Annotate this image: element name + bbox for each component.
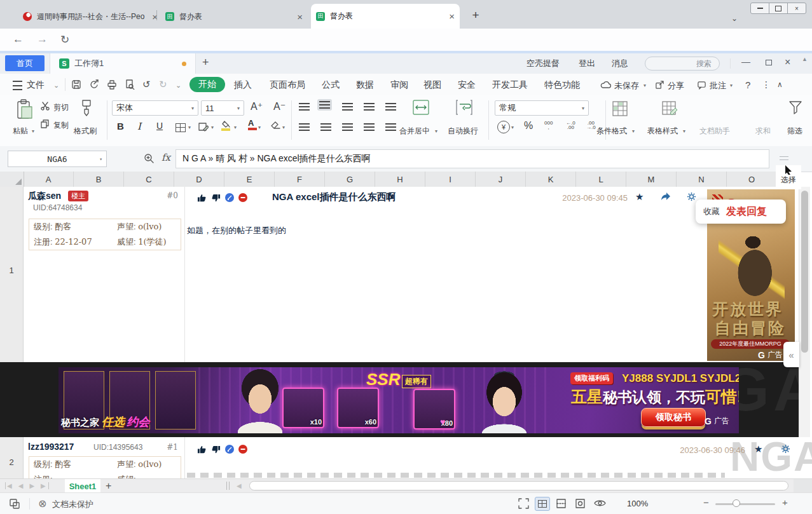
claim-secretary-button[interactable]: 领取秘书 (641, 408, 706, 427)
format-painter-icon[interactable] (79, 99, 94, 118)
post-reply-button[interactable]: 发表回复 (726, 205, 767, 219)
comment-label[interactable]: 批注 (710, 80, 726, 91)
report-post-icon[interactable] (238, 445, 247, 454)
eraser-icon[interactable] (271, 121, 280, 130)
column-header-e[interactable]: E (224, 172, 275, 187)
thumbs-down-icon[interactable] (211, 445, 221, 454)
wps-document-tab[interactable]: S 工作簿1 (50, 53, 196, 74)
author-name[interactable]: lzz1993217 (28, 442, 74, 452)
align-bottom-icon[interactable] (342, 103, 353, 111)
logout-link[interactable]: 登出 (579, 58, 595, 69)
vertical-scrollbar-thumb[interactable] (801, 191, 808, 353)
align-center-icon[interactable] (320, 123, 331, 131)
table-style-icon[interactable] (661, 100, 678, 117)
borders-icon[interactable] (175, 123, 186, 132)
share-post-icon[interactable] (661, 193, 671, 201)
cut-icon[interactable] (41, 102, 50, 111)
column-header-b[interactable]: B (74, 172, 124, 187)
star-post-icon[interactable]: ★ (635, 191, 643, 203)
thousand-separator-icon[interactable]: 000, (544, 121, 553, 130)
doc-assistant-label-occluded[interactable]: 文档助手 (699, 126, 730, 137)
undo-icon[interactable]: ↺ (142, 79, 151, 90)
add-sheet-button[interactable]: + (106, 480, 111, 492)
bold-button[interactable]: B (117, 121, 124, 132)
edit-post-icon[interactable] (225, 445, 234, 454)
cloud-icon[interactable] (600, 80, 611, 89)
eye-protect-icon[interactable] (594, 499, 606, 508)
last-sheet-icon[interactable]: ▶ (41, 482, 49, 489)
magnifier-icon[interactable] (144, 153, 155, 164)
italic-button[interactable]: I (137, 121, 141, 132)
print-icon[interactable] (107, 79, 117, 90)
horizontal-scrollbar-thumb[interactable] (249, 481, 788, 490)
save-status-label[interactable]: 未保存 (614, 80, 639, 91)
percent-icon[interactable]: % (524, 120, 533, 132)
column-header-i[interactable]: I (425, 172, 476, 187)
column-header-g[interactable]: G (325, 172, 375, 187)
column-header-m[interactable]: M (626, 172, 677, 187)
hamburger-icon[interactable] (13, 81, 22, 90)
protect-status-label[interactable]: 文档未保护 (52, 499, 93, 510)
edit-post-icon[interactable] (225, 193, 234, 202)
decrease-ind-icon[interactable] (364, 103, 375, 111)
ribbon-tab-insert[interactable]: 插入 (234, 79, 252, 91)
font-color-button[interactable]: A (248, 119, 257, 130)
conditional-format-icon[interactable] (612, 100, 628, 117)
column-header-l[interactable]: L (576, 172, 626, 187)
print-preview-icon[interactable] (125, 79, 135, 90)
align-right-icon[interactable] (342, 123, 353, 131)
filter-funnel-icon[interactable] (788, 100, 802, 116)
formula-bar-resize-handle[interactable] (780, 156, 788, 157)
fx-icon[interactable]: fx (162, 152, 170, 163)
paste-label[interactable]: 粘贴 (13, 126, 28, 137)
ribbon-more-icon[interactable]: ⋮ (762, 79, 771, 90)
author-name[interactable]: 瓜森sen (28, 191, 61, 202)
currency-icon[interactable]: ¥ (497, 121, 510, 133)
pane-split-handle[interactable] (226, 482, 230, 490)
wps-search-input[interactable] (645, 57, 720, 71)
export-icon[interactable] (89, 79, 99, 90)
increase-decimal-icon[interactable]: ←.0.00 (566, 121, 575, 130)
decrease-decimal-icon[interactable]: .00→.0 (586, 121, 596, 130)
messages-link[interactable]: 消息 (612, 58, 628, 69)
tab-close-icon[interactable]: × (297, 12, 303, 22)
forward-icon[interactable]: → (37, 33, 48, 46)
qat-chevron-icon[interactable]: ⌄ (175, 81, 181, 90)
column-header-o[interactable]: O (727, 172, 777, 187)
conditional-format-label[interactable]: 条件格式 (596, 126, 627, 137)
next-sheet-icon[interactable]: ▶ (29, 482, 36, 489)
browser-tab-1[interactable]: 週間時事用語--社会・生活--Peo × (18, 6, 163, 27)
zoom-out-button[interactable]: − (703, 497, 709, 508)
number-format-select[interactable]: 常规 ▾ (495, 100, 589, 116)
thumbs-up-icon[interactable] (197, 445, 207, 454)
copy-icon[interactable] (41, 119, 50, 128)
wps-restore-button[interactable] (766, 60, 772, 65)
format-painter-label[interactable]: 格式刷 (74, 126, 97, 137)
increase-font-button[interactable]: A⁺ (251, 100, 263, 112)
share-label[interactable]: 分享 (668, 80, 684, 91)
favorite-button[interactable]: 收藏 (703, 206, 720, 217)
browser-tab-3-active[interactable]: 田 督办表 × (311, 4, 460, 29)
ribbon-tab-developer[interactable]: 开发工具 (492, 79, 528, 91)
star-post-icon[interactable]: ★ (754, 443, 762, 455)
column-header-k[interactable]: K (526, 172, 576, 187)
new-tab-button[interactable]: + (468, 8, 483, 23)
sheet-tab-sheet1[interactable]: Sheet1 (65, 479, 100, 493)
macro-record-icon[interactable] (9, 498, 20, 510)
column-header-a[interactable]: A (24, 172, 74, 187)
ribbon-tab-review[interactable]: 审阅 (390, 79, 408, 91)
distribute-icon[interactable] (385, 123, 396, 131)
select-all-corner[interactable] (0, 172, 24, 187)
column-header-n[interactable]: N (677, 172, 727, 187)
tab-search-chevron-icon[interactable]: ⌄ (731, 14, 738, 23)
wps-new-document-button[interactable]: + (202, 56, 209, 69)
reload-icon[interactable]: ↻ (60, 33, 69, 46)
align-top-icon[interactable] (299, 103, 310, 111)
report-post-icon[interactable] (238, 193, 247, 202)
cell-name-box[interactable]: NGA6 ▾ (8, 151, 107, 167)
post-settings-gear-icon[interactable] (781, 444, 790, 454)
table-style-label[interactable]: 表格样式 (647, 126, 678, 137)
comment-icon[interactable] (697, 80, 706, 90)
sum-label-occluded[interactable]: 求和 (755, 126, 771, 137)
thumbs-down-icon[interactable] (211, 193, 221, 203)
